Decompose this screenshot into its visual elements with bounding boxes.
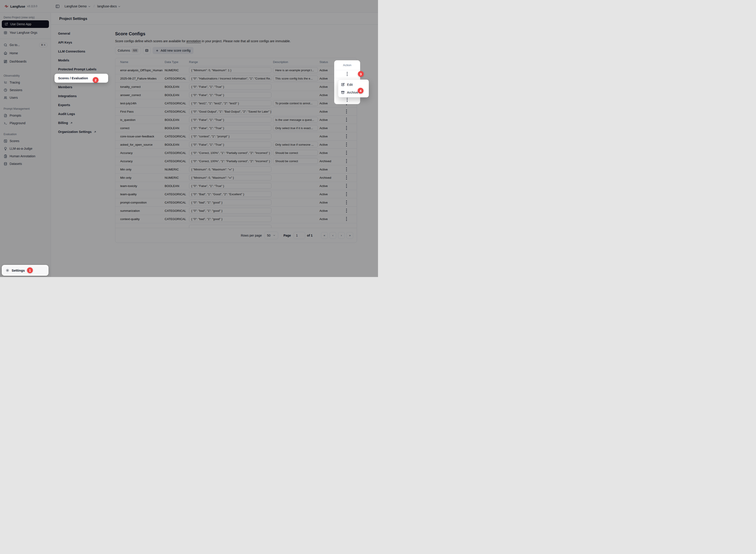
step-badge-2: 2	[93, 77, 99, 83]
gear-icon	[6, 269, 9, 272]
step-badge-3: 3	[358, 71, 364, 77]
menu-item-label: Edit	[347, 82, 353, 87]
settings-nav-label: Scores / Evaluation	[58, 76, 88, 80]
archive-icon	[341, 91, 345, 94]
step-badge-4: 4	[358, 88, 364, 94]
menu-item-label: Archive	[347, 91, 358, 94]
edit-icon	[341, 82, 345, 87]
step-badge-1: 1	[27, 267, 33, 273]
kebab-icon	[345, 71, 349, 76]
menu-item-edit[interactable]: Edit	[339, 80, 368, 89]
row-actions-menu: EditArchive	[338, 79, 369, 97]
sidebar-item-settings[interactable]: Settings 1	[3, 266, 47, 275]
row-actions-kebab-button[interactable]	[345, 97, 349, 102]
settings-nav-item-scores-evaluation[interactable]: Scores / Evaluation	[55, 74, 108, 82]
langfuse-app-window: Langfuse v3.113.0 Langfuse Demo / langfu…	[0, 0, 378, 277]
action-column-header: Action	[334, 60, 360, 70]
menu-item-archive[interactable]: Archive	[339, 89, 368, 96]
tutorial-dim-overlay	[0, 0, 378, 277]
row-actions-kebab-button[interactable]	[345, 71, 349, 76]
settings-spotlight: Settings 1	[2, 265, 49, 276]
kebab-icon	[345, 97, 349, 102]
